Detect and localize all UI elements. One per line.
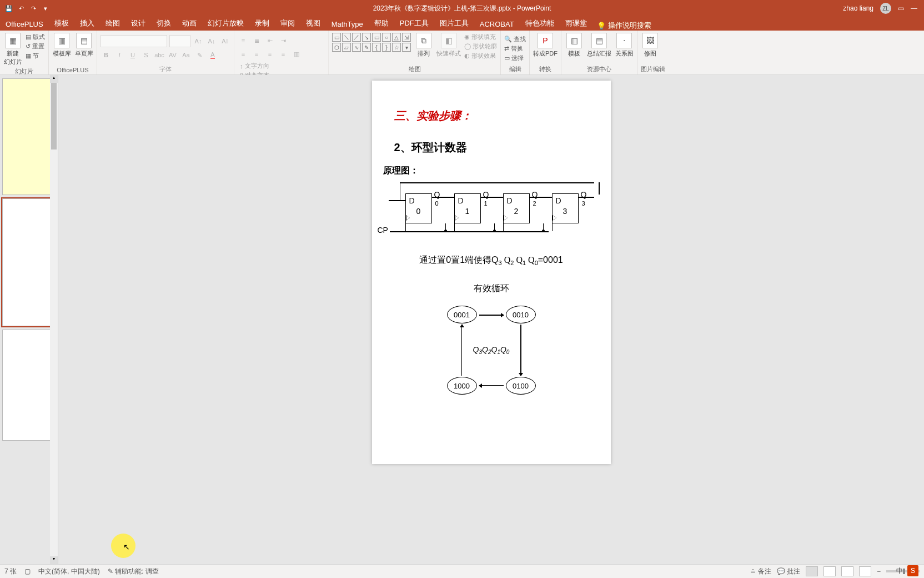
tab-template[interactable]: 模板 — [49, 16, 74, 31]
notes-button[interactable]: ≐ 备注 — [750, 567, 771, 576]
align-right-button[interactable]: ≡ — [264, 48, 275, 59]
shape-line-icon[interactable]: ＼ — [342, 33, 351, 42]
shape-tri-icon[interactable]: △ — [392, 33, 401, 42]
shape-more-icon[interactable]: ⇲ — [402, 33, 411, 42]
template-lib-button[interactable]: ▥模板库 — [52, 33, 71, 58]
shape-hex-icon[interactable]: ⬡ — [332, 43, 341, 52]
arrange-button[interactable]: ⧉排列 — [414, 33, 433, 58]
layout-button[interactable]: ▤版式 — [26, 33, 45, 41]
quick-styles-button[interactable]: ◧快速样式 — [436, 33, 461, 58]
strike-button[interactable]: S — [140, 49, 152, 61]
highlight-button[interactable]: ✎ — [194, 49, 205, 61]
comments-button[interactable]: 💬 批注 — [777, 567, 800, 576]
tab-pdftools[interactable]: PDF工具 — [394, 16, 434, 31]
username-label[interactable]: zhao liang — [843, 4, 873, 12]
qat-dropdown-icon[interactable]: ▾ — [41, 4, 50, 13]
underline-button[interactable]: U — [127, 49, 138, 61]
numbering-button[interactable]: ≣ — [251, 35, 262, 46]
tab-transitions[interactable]: 切换 — [151, 16, 177, 31]
shape-effects-button[interactable]: ◐形状效果 — [464, 52, 497, 60]
italic-button[interactable]: I — [114, 49, 125, 61]
zoom-out-button[interactable]: − — [877, 567, 881, 575]
tab-acrobat[interactable]: ACROBAT — [474, 18, 520, 31]
tab-officeplus[interactable]: OfficePLUS — [0, 18, 49, 31]
shadow-button[interactable]: abc — [154, 49, 165, 61]
tab-animations[interactable]: 动画 — [177, 16, 202, 31]
shapes-gallery[interactable]: ▭＼／↘▭○△⇲ ⬡▱∿✎{}☆▾ — [332, 33, 411, 52]
notes-indicator-icon[interactable]: ▢ — [24, 567, 31, 575]
shape-brace-icon[interactable]: { — [372, 43, 381, 52]
select-button[interactable]: ▭选择 — [504, 54, 526, 62]
res-template-button[interactable]: ▥模板 — [565, 33, 584, 58]
shape-arrow-icon[interactable]: ↘ — [362, 33, 371, 42]
find-button[interactable]: 🔍查找 — [504, 35, 526, 43]
shape-expand-icon[interactable]: ▾ — [402, 43, 411, 52]
user-avatar[interactable]: ZL — [880, 3, 891, 14]
bold-button[interactable]: B — [101, 49, 112, 61]
fix-image-button[interactable]: 🖼修图 — [641, 33, 660, 58]
decrease-font-icon[interactable]: A↓ — [206, 36, 217, 47]
slide-thumbnail[interactable] — [2, 78, 56, 195]
ime-lang-label[interactable]: 中 — [896, 566, 903, 576]
shape-rect2-icon[interactable]: ▭ — [372, 33, 381, 42]
minimize-icon[interactable]: — — [911, 4, 917, 12]
char-spacing-button[interactable]: AV — [167, 49, 178, 61]
reading-view-button[interactable] — [841, 566, 853, 576]
normal-view-button[interactable] — [806, 566, 818, 576]
shape-line2-icon[interactable]: ／ — [352, 33, 361, 42]
shape-brace2-icon[interactable]: } — [382, 43, 391, 52]
scrollbar-thumb[interactable] — [51, 83, 57, 150]
tab-review[interactable]: 审阅 — [275, 16, 300, 31]
slide-thumbnail[interactable] — [2, 330, 56, 441]
scroll-down-icon[interactable]: ▾ — [50, 556, 58, 564]
align-center-button[interactable]: ≡ — [251, 48, 262, 59]
increase-indent-button[interactable]: ⇥ — [278, 35, 289, 46]
increase-font-icon[interactable]: A↑ — [193, 36, 204, 47]
single-page-button[interactable]: ▤单页库 — [74, 33, 93, 58]
tab-rain[interactable]: 雨课堂 — [560, 16, 592, 31]
scroll-up-icon[interactable]: ▴ — [50, 75, 58, 83]
accessibility-label[interactable]: ✎ 辅助功能: 调查 — [108, 567, 159, 576]
shape-free-icon[interactable]: ✎ — [362, 43, 371, 52]
justify-button[interactable]: ≡ — [278, 48, 289, 59]
slideshow-view-button[interactable] — [859, 566, 871, 576]
ribbon-display-icon[interactable]: ▭ — [898, 4, 904, 12]
ime-badge[interactable]: S — [907, 565, 918, 576]
undo-icon[interactable]: ↶ — [17, 4, 26, 13]
res-summary-button[interactable]: ▤总结汇报 — [587, 33, 611, 58]
shape-oval-icon[interactable]: ○ — [382, 33, 391, 42]
new-slide-button[interactable]: ▦ 新建 幻灯片 — [3, 33, 22, 66]
shape-curve-icon[interactable]: ∿ — [352, 43, 361, 52]
columns-button[interactable]: ▥ — [291, 48, 302, 59]
shape-outline-button[interactable]: ◯形状轮廓 — [464, 42, 497, 51]
tab-pictools[interactable]: 图片工具 — [434, 16, 474, 31]
bullets-button[interactable]: ≡ — [238, 35, 249, 46]
change-case-button[interactable]: Aa — [180, 49, 192, 61]
slide-canvas[interactable]: 三、实验步骤： 2、环型计数器 原理图： CP D0 Q 0 — [372, 81, 611, 464]
slide-thumbnail-selected[interactable] — [2, 198, 56, 326]
sorter-view-button[interactable] — [823, 566, 836, 576]
shape-star-icon[interactable]: ☆ — [392, 43, 401, 52]
tell-me-search[interactable]: 💡 操作说明搜索 — [597, 21, 651, 31]
tab-record[interactable]: 录制 — [249, 16, 275, 31]
tab-slideshow[interactable]: 幻灯片放映 — [202, 16, 249, 31]
tab-help[interactable]: 帮助 — [369, 16, 394, 31]
res-mind-button[interactable]: ⬝关系图 — [615, 33, 634, 58]
section-button[interactable]: ▦节 — [26, 52, 45, 60]
save-icon[interactable]: 💾 — [4, 4, 13, 13]
shape-rect-icon[interactable]: ▭ — [332, 33, 341, 42]
slide-editor[interactable]: 三、实验步骤： 2、环型计数器 原理图： CP D0 Q 0 — [58, 75, 924, 564]
font-color-button[interactable]: A — [207, 49, 218, 61]
align-left-button[interactable]: ≡ — [238, 48, 249, 59]
font-size-combo[interactable] — [169, 35, 190, 47]
tab-mathtype[interactable]: MathType — [326, 18, 369, 31]
replace-button[interactable]: ⇄替换 — [504, 44, 526, 53]
redo-icon[interactable]: ↷ — [29, 4, 38, 13]
tab-special[interactable]: 特色功能 — [520, 16, 560, 31]
tab-draw[interactable]: 绘图 — [100, 16, 125, 31]
language-label[interactable]: 中文(简体, 中国大陆) — [38, 567, 100, 576]
thumbnail-scrollbar[interactable]: ▴ ▾ — [50, 75, 58, 564]
slide-thumbnail-pane[interactable]: ▴ ▾ — [0, 75, 58, 564]
clear-format-icon[interactable]: Aͯ — [219, 36, 230, 47]
decrease-indent-button[interactable]: ⇤ — [264, 35, 275, 46]
